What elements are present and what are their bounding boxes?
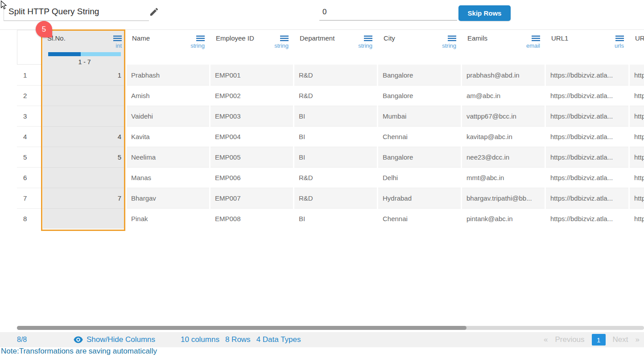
cell-employee-id[interactable]: EMP007 <box>211 188 293 208</box>
cell-name[interactable]: Prabhash <box>127 65 209 85</box>
column-header-employee-id[interactable]: Employee ID string <box>211 30 293 65</box>
cell-email[interactable]: pintank@abc.in <box>462 208 545 229</box>
last-page-button[interactable]: » <box>636 335 640 344</box>
cell-name[interactable]: Amish <box>127 85 209 106</box>
cell-email[interactable]: mmt@abc.in <box>462 167 545 188</box>
first-page-button[interactable]: « <box>544 335 548 344</box>
column-menu-icon[interactable] <box>532 35 540 41</box>
column-header-url2[interactable]: URL2 urls <box>630 30 644 65</box>
cell-email[interactable]: am@abc.in <box>462 85 545 106</box>
cell-url2[interactable]: https://bdbizviz.atla... <box>630 85 644 106</box>
show-hide-columns-button[interactable]: Show/Hide Columns <box>74 332 155 347</box>
cell-employee-id[interactable]: EMP002 <box>211 85 293 106</box>
column-menu-icon[interactable] <box>113 35 122 41</box>
cell-slno[interactable] <box>43 208 125 229</box>
cell-employee-id[interactable]: EMP003 <box>211 106 293 126</box>
cell-url1[interactable]: https://bdbizviz.atla... <box>546 126 628 147</box>
cell-slno[interactable] <box>43 85 125 106</box>
cell-city[interactable]: Delhi <box>378 167 461 188</box>
cell-employee-id[interactable]: EMP004 <box>211 126 293 147</box>
cell-slno[interactable]: 7 <box>43 188 125 208</box>
cell-city[interactable]: Hydrabad <box>378 188 461 208</box>
cell-url1[interactable]: https://bdbizviz.atla... <box>546 65 628 85</box>
column-menu-icon[interactable] <box>448 35 456 41</box>
horizontal-scrollbar-track[interactable] <box>17 326 644 330</box>
cell-department[interactable]: BI <box>294 208 377 229</box>
cell-email[interactable]: prabhash@abd.in <box>462 65 545 85</box>
cell-name[interactable]: Vaidehi <box>127 106 209 126</box>
column-header-department[interactable]: Department string <box>294 30 377 65</box>
cell-department[interactable]: R&D <box>294 65 377 85</box>
column-menu-icon[interactable] <box>364 35 372 41</box>
column-menu-icon[interactable] <box>280 35 289 41</box>
cell-url2[interactable]: https://bdbizviz.atla... <box>630 106 644 126</box>
row-number: 1 <box>17 65 41 85</box>
column-menu-icon[interactable] <box>615 35 624 41</box>
current-page-button[interactable]: 1 <box>592 334 606 346</box>
cell-employee-id[interactable]: EMP001 <box>211 65 293 85</box>
column-type-label: email <box>467 42 540 49</box>
cell-slno[interactable]: 1 <box>43 65 125 85</box>
cell-slno[interactable]: 5 <box>43 147 125 167</box>
cell-department[interactable]: BI <box>294 147 377 167</box>
cell-url2[interactable]: https://bdbizviz.atla... <box>630 167 644 188</box>
cell-employee-id[interactable]: EMP005 <box>211 147 293 167</box>
cell-email[interactable]: vattpp67@bcc.in <box>462 106 545 126</box>
cell-slno[interactable] <box>43 106 125 126</box>
cell-department[interactable]: BI <box>294 126 377 147</box>
next-page-button[interactable]: Next <box>613 335 628 344</box>
transform-title-input[interactable] <box>4 3 149 21</box>
cell-email[interactable]: nee23@dcc.in <box>462 147 545 167</box>
column-type-label: urls <box>551 42 624 49</box>
edit-title-button[interactable] <box>149 7 159 18</box>
cell-department[interactable]: BI <box>294 106 377 126</box>
cell-name[interactable]: Neelima <box>127 147 209 167</box>
cell-url2[interactable]: https://bdbizviz.atla... <box>630 188 644 208</box>
cell-name[interactable]: Pinak <box>127 208 209 229</box>
cell-email[interactable]: kavitap@abc.in <box>462 126 545 147</box>
column-header-slno[interactable]: Sl.No. int 1 - 7 <box>43 30 125 65</box>
row-number: 3 <box>17 106 41 126</box>
column-header-city[interactable]: City string <box>378 30 461 65</box>
cell-url1[interactable]: https://bdbizviz.atla... <box>546 208 628 229</box>
value-range-label: 1 - 7 <box>47 58 122 65</box>
column-label: City <box>384 34 395 42</box>
horizontal-scrollbar-thumb[interactable] <box>17 326 466 330</box>
cell-url2[interactable]: https://bdbizviz.atla... <box>630 126 644 147</box>
column-header-url1[interactable]: URL1 urls <box>546 30 628 65</box>
cell-city[interactable]: Bangalore <box>378 147 461 167</box>
cell-url1[interactable]: https://bdbizviz.atla... <box>546 85 628 106</box>
cell-employee-id[interactable]: EMP008 <box>211 208 293 229</box>
cell-department[interactable]: R&D <box>294 85 377 106</box>
pencil-icon <box>149 7 159 17</box>
cell-department[interactable]: R&D <box>294 167 377 188</box>
cell-url1[interactable]: https://bdbizviz.atla... <box>546 167 628 188</box>
cell-url2[interactable]: https://bdbizviz.atla... <box>630 208 644 229</box>
cell-url2[interactable]: https://bdbizviz.atla... <box>630 147 644 167</box>
cell-city[interactable]: Mumbai <box>378 106 461 126</box>
column-menu-icon[interactable] <box>196 35 205 41</box>
cell-city[interactable]: Bangalore <box>378 85 461 106</box>
cell-slno[interactable]: 4 <box>43 126 125 147</box>
cell-name[interactable]: Manas <box>127 167 209 188</box>
skip-rows-button[interactable]: Skip Rows <box>458 5 511 21</box>
column-header-name[interactable]: Name string <box>127 30 209 65</box>
column-header-eamils[interactable]: Eamils email <box>462 30 545 65</box>
skip-rows-input[interactable] <box>319 4 457 21</box>
cell-url2[interactable]: https://bdbizviz.atla... <box>630 65 644 85</box>
cell-department[interactable]: R&D <box>294 188 377 208</box>
cell-slno[interactable] <box>43 167 125 188</box>
cell-url1[interactable]: https://bdbizviz.atla... <box>546 106 628 126</box>
cell-city[interactable]: Chennai <box>378 208 461 229</box>
status-footer: 8/8 Show/Hide Columns 10 columns 8 Rows … <box>0 332 644 347</box>
cell-city[interactable]: Chennai <box>378 126 461 147</box>
cell-employee-id[interactable]: EMP006 <box>211 167 293 188</box>
cell-name[interactable]: Bhargav <box>127 188 209 208</box>
previous-page-button[interactable]: Previous <box>555 335 584 344</box>
cell-url1[interactable]: https://bdbizviz.atla... <box>546 188 628 208</box>
row-count-indicator: 8/8 <box>17 332 27 347</box>
cell-name[interactable]: Kavita <box>127 126 209 147</box>
cell-url1[interactable]: https://bdbizviz.atla... <box>546 147 628 167</box>
cell-city[interactable]: Bangalore <box>378 65 461 85</box>
cell-email[interactable]: bhargav.tripathi@bb... <box>462 188 545 208</box>
